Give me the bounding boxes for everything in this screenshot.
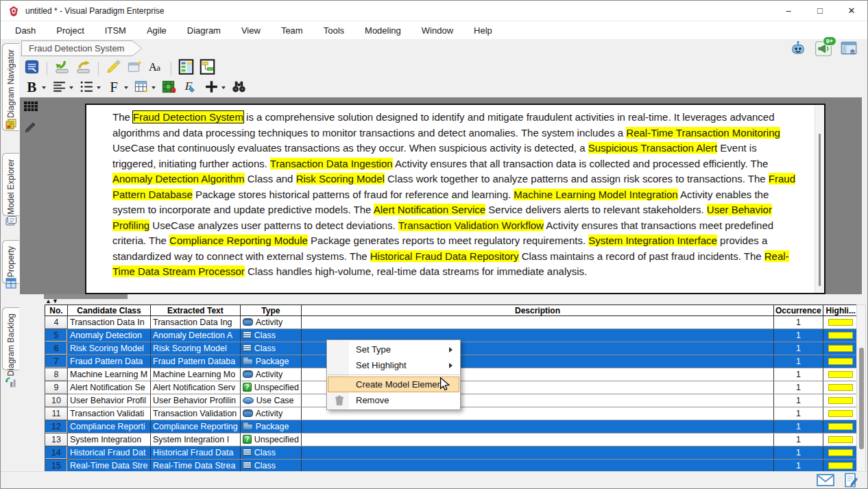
- text-analysis-panel[interactable]: The Fraud Detection System is a comprehe…: [85, 104, 825, 294]
- description-cell[interactable]: [302, 420, 774, 433]
- show-grid-button[interactable]: [24, 102, 38, 114]
- extracted-text-cell[interactable]: Transaction Validation: [151, 407, 241, 420]
- extracted-text-cell[interactable]: Machine Learning Mo: [151, 368, 241, 381]
- menu-help[interactable]: Help: [463, 23, 503, 38]
- column-header-occurrence[interactable]: Occurrence: [774, 305, 823, 316]
- announcements-button[interactable]: 9+: [815, 40, 832, 58]
- ai-assistant-button[interactable]: [789, 40, 807, 58]
- table-row[interactable]: 12Compliance ReportiCompliance Reporting…: [45, 420, 859, 433]
- row-number[interactable]: 6: [45, 342, 68, 355]
- occurrence-cell[interactable]: 1: [774, 381, 823, 394]
- menu-diagram[interactable]: Diagram: [177, 23, 231, 38]
- occurrence-cell[interactable]: 1: [774, 394, 823, 407]
- type-cell[interactable]: Use Case: [240, 394, 301, 407]
- menu-team[interactable]: Team: [271, 23, 313, 38]
- table-row[interactable]: 14Historical Fraud DatHistorical Fraud D…: [45, 446, 859, 460]
- occurrence-cell[interactable]: 1: [774, 316, 823, 329]
- highlighted-term[interactable]: Risk Scoring Model: [296, 173, 385, 184]
- row-number[interactable]: 12: [45, 420, 68, 433]
- type-cell[interactable]: Package: [240, 355, 301, 368]
- horizontal-scrollbar[interactable]: ▲▼: [20, 294, 862, 304]
- diagram-canvas[interactable]: The Fraud Detection System is a comprehe…: [20, 97, 862, 294]
- extracted-text-cell[interactable]: Risk Scoring Model: [151, 342, 241, 355]
- candidate-class-cell[interactable]: Anomaly Detection: [68, 329, 151, 342]
- new-view-button[interactable]: [125, 60, 144, 77]
- type-cell[interactable]: Activity: [240, 368, 301, 381]
- candidate-class-cell[interactable]: Alert Notification Se: [68, 381, 151, 394]
- menu-itsm[interactable]: ITSM: [95, 23, 136, 38]
- sidebar-tab-diagram-navigator[interactable]: Diagram Navigator: [2, 43, 19, 131]
- description-cell[interactable]: [302, 316, 774, 329]
- menu-modeling[interactable]: Modeling: [354, 23, 411, 38]
- highlight-cell[interactable]: [823, 446, 858, 460]
- minimize-button[interactable]: –: [773, 1, 804, 21]
- highlighted-term[interactable]: Transaction Data Ingestion: [270, 158, 393, 169]
- sidebar-tab-property[interactable]: Property: [2, 240, 19, 284]
- column-header-highli[interactable]: Highli...: [823, 305, 858, 316]
- context-menu-item-remove[interactable]: Remove: [328, 392, 459, 408]
- type-cell[interactable]: Class: [240, 446, 301, 460]
- type-cell[interactable]: Package: [240, 420, 301, 433]
- occurrence-cell[interactable]: 1: [774, 342, 823, 355]
- export-button[interactable]: [74, 60, 93, 77]
- candidate-class-view-button[interactable]: [177, 60, 195, 77]
- type-cell[interactable]: Unspecified: [240, 433, 301, 446]
- context-menu-item-set-highlight[interactable]: Set Highlight: [328, 357, 459, 373]
- import-button[interactable]: [53, 60, 71, 77]
- extracted-text-cell[interactable]: Historical Fraud Data: [151, 446, 241, 460]
- extracted-text-cell[interactable]: System Integration I: [151, 433, 241, 446]
- occurrence-cell[interactable]: 1: [774, 420, 823, 433]
- formula-button[interactable]: F: [181, 79, 200, 97]
- occurrence-cell[interactable]: 1: [774, 355, 823, 368]
- menu-agile[interactable]: Agile: [136, 23, 177, 38]
- extracted-text-cell[interactable]: Real-Time Data Strea: [151, 460, 241, 473]
- extracted-text-cell[interactable]: User Behavior Profilin: [151, 394, 241, 407]
- highlight-cell[interactable]: [823, 407, 858, 420]
- candidate-class-cell[interactable]: Real-Time Data Stre: [68, 460, 151, 473]
- table-vscroll-thumb[interactable]: [859, 348, 864, 449]
- highlighter-stamp-button[interactable]: [24, 120, 38, 136]
- color-palette-button[interactable]: [160, 79, 178, 97]
- type-cell[interactable]: Class: [240, 460, 301, 473]
- highlight-cell[interactable]: [823, 420, 858, 433]
- extracted-text-cell[interactable]: Fraud Pattern Databa: [151, 355, 241, 368]
- highlighted-term[interactable]: System Integration Interface: [588, 235, 717, 246]
- highlight-cell[interactable]: [823, 394, 858, 407]
- highlight-cell[interactable]: [823, 433, 858, 446]
- chevron-down-icon[interactable]: [42, 86, 46, 89]
- highlight-cell[interactable]: [823, 368, 858, 381]
- column-header-extractedtext[interactable]: Extracted Text: [151, 305, 241, 316]
- candidate-class-cell[interactable]: Fraud Pattern Data: [68, 355, 151, 368]
- row-number[interactable]: 8: [45, 368, 68, 381]
- type-cell[interactable]: Class: [240, 342, 301, 355]
- insert-table-button[interactable]: [132, 79, 157, 97]
- row-number[interactable]: 13: [45, 433, 68, 446]
- occurrence-cell[interactable]: 1: [774, 368, 823, 381]
- candidate-class-cell[interactable]: User Behavior Profil: [68, 394, 151, 407]
- highlight-cell[interactable]: [823, 381, 858, 394]
- font-size-button[interactable]: Aa: [147, 60, 165, 77]
- chevron-down-icon[interactable]: [97, 86, 101, 89]
- highlighted-term[interactable]: Compliance Reporting Module: [169, 235, 308, 246]
- close-button[interactable]: ✕: [836, 1, 867, 21]
- highlight-cell[interactable]: [823, 316, 858, 329]
- menu-window[interactable]: Window: [411, 23, 463, 38]
- maximize-button[interactable]: □: [804, 1, 836, 21]
- occurrence-cell[interactable]: 1: [774, 329, 823, 342]
- messages-button[interactable]: [817, 474, 834, 486]
- highlighted-term[interactable]: Alert Notification Service: [374, 204, 485, 215]
- column-header-description[interactable]: Description: [302, 305, 774, 316]
- font-button[interactable]: F: [105, 79, 130, 97]
- menu-view[interactable]: View: [231, 23, 271, 38]
- table-row[interactable]: 13System IntegrationSystem Integration I…: [45, 433, 859, 446]
- highlighted-term[interactable]: Historical Fraud Data Repository: [370, 250, 519, 262]
- description-cell[interactable]: [302, 460, 774, 473]
- type-cell[interactable]: Activity: [240, 407, 301, 420]
- log-button[interactable]: [844, 473, 858, 488]
- row-number[interactable]: 15: [45, 460, 68, 473]
- extracted-text-cell[interactable]: Compliance Reporting: [151, 420, 241, 433]
- menu-project[interactable]: Project: [46, 23, 94, 38]
- chevron-down-icon[interactable]: [124, 86, 128, 89]
- row-number[interactable]: 11: [45, 407, 68, 420]
- candidate-class-cell[interactable]: Transaction Validati: [68, 407, 151, 420]
